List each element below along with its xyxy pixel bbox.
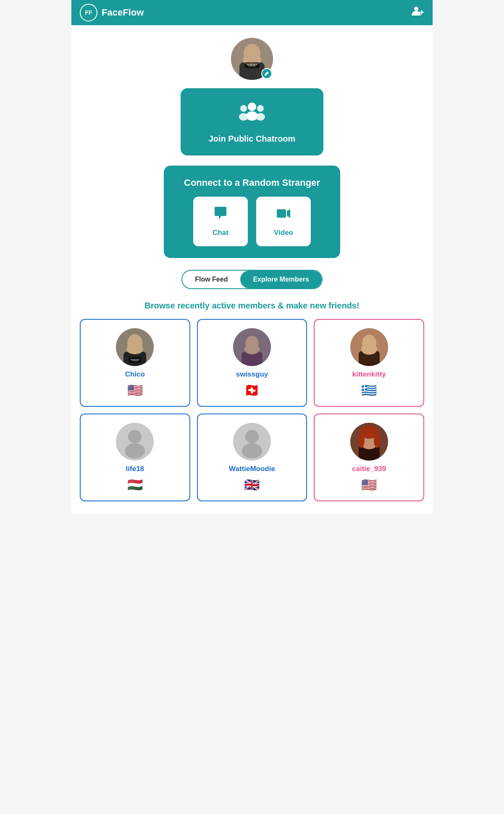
svg-point-12 bbox=[257, 105, 264, 112]
connect-section: Connect to a Random Stranger Chat Video bbox=[164, 166, 340, 258]
add-user-button[interactable] bbox=[411, 5, 424, 21]
member-card[interactable]: life18 🇭🇺 bbox=[80, 414, 190, 501]
member-card[interactable]: WattieMoodie 🇬🇧 bbox=[197, 414, 307, 501]
member-avatar-placeholder bbox=[116, 423, 154, 461]
explore-members-toggle[interactable]: Explore Members bbox=[240, 271, 321, 288]
connect-buttons: Chat Video bbox=[193, 197, 311, 246]
member-name: kittenkitty bbox=[352, 370, 386, 379]
svg-point-13 bbox=[256, 113, 265, 121]
member-flag: 🇺🇸 bbox=[361, 477, 377, 492]
placeholder-person-icon bbox=[118, 425, 152, 458]
video-icon bbox=[276, 206, 291, 224]
svg-point-10 bbox=[240, 105, 247, 112]
member-card[interactable]: *click* Chico 🇺🇸 bbox=[80, 319, 190, 407]
browse-section: Browse recently active members & make ne… bbox=[80, 301, 424, 501]
logo-letters: FF bbox=[85, 9, 92, 16]
member-avatar: *click* bbox=[116, 328, 154, 366]
member-name: Chico bbox=[125, 370, 145, 379]
member-card[interactable]: kittenkitty 🇬🇷 bbox=[314, 319, 424, 407]
member-avatar-placeholder bbox=[233, 423, 271, 461]
svg-point-38 bbox=[374, 433, 381, 448]
svg-point-19 bbox=[126, 344, 143, 354]
svg-point-31 bbox=[242, 443, 262, 458]
member-flag: 🇨🇭 bbox=[244, 383, 260, 398]
member-name: WattieMoodie bbox=[229, 465, 275, 473]
join-chatroom-label: Join Public Chatroom bbox=[209, 134, 296, 144]
edit-icon bbox=[264, 71, 270, 76]
video-button[interactable]: Video bbox=[256, 197, 311, 246]
svg-point-27 bbox=[361, 344, 377, 355]
member-avatar bbox=[350, 328, 388, 366]
member-flag: 🇬🇷 bbox=[361, 383, 377, 398]
header: FF FaceFlow bbox=[71, 0, 433, 25]
member-avatar bbox=[350, 423, 388, 461]
members-grid: *click* Chico 🇺🇸 swissguy 🇨🇭 bbox=[80, 319, 424, 501]
member-click-label: *click* bbox=[129, 357, 141, 363]
svg-point-8 bbox=[248, 103, 256, 111]
member-card[interactable]: caitie_939 🇺🇸 bbox=[314, 414, 424, 501]
member-card[interactable]: swissguy 🇨🇭 bbox=[197, 319, 307, 407]
svg-point-29 bbox=[125, 443, 145, 458]
chat-label: Chat bbox=[213, 229, 228, 237]
chat-button[interactable]: Chat bbox=[193, 197, 248, 246]
avatar-click-label: *click* bbox=[245, 62, 260, 68]
profile-avatar-container[interactable]: *click* bbox=[231, 38, 273, 80]
add-user-icon bbox=[411, 5, 424, 18]
chat-icon bbox=[213, 206, 228, 224]
svg-point-0 bbox=[414, 7, 418, 11]
video-label: Video bbox=[274, 229, 293, 237]
svg-rect-14 bbox=[277, 209, 286, 218]
flow-feed-toggle[interactable]: Flow Feed bbox=[182, 271, 240, 288]
logo-area: FF FaceFlow bbox=[80, 4, 144, 21]
svg-point-30 bbox=[245, 430, 259, 443]
member-flag: 🇺🇸 bbox=[127, 383, 143, 398]
group-icon bbox=[237, 100, 267, 128]
member-name: life18 bbox=[126, 465, 144, 473]
browse-title: Browse recently active members & make ne… bbox=[80, 301, 424, 311]
join-chatroom-button[interactable]: Join Public Chatroom bbox=[181, 88, 323, 155]
member-avatar bbox=[233, 328, 271, 366]
feed-toggle: Flow Feed Explore Members bbox=[181, 270, 323, 289]
svg-point-23 bbox=[244, 344, 260, 354]
svg-point-11 bbox=[239, 113, 248, 121]
logo-name: FaceFlow bbox=[102, 7, 144, 18]
svg-point-28 bbox=[128, 430, 142, 443]
connect-title: Connect to a Random Stranger bbox=[184, 177, 320, 188]
main-content: *click* Join Public Chatroom bbox=[71, 25, 433, 514]
member-name: swissguy bbox=[236, 370, 268, 379]
svg-marker-15 bbox=[287, 209, 290, 218]
member-name: caitie_939 bbox=[352, 465, 386, 473]
member-flag: 🇬🇧 bbox=[244, 477, 260, 492]
edit-avatar-button[interactable] bbox=[261, 68, 272, 79]
people-group-icon bbox=[237, 100, 267, 124]
placeholder-person-icon bbox=[235, 425, 269, 458]
svg-point-37 bbox=[358, 433, 365, 448]
member-flag: 🇭🇺 bbox=[127, 477, 143, 492]
logo-icon: FF bbox=[80, 4, 97, 21]
